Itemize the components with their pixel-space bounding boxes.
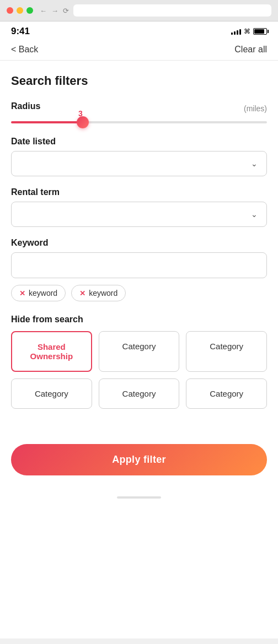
date-listed-dropdown[interactable]: ⌄ (11, 151, 267, 176)
browser-chrome: ← → ⟳ (0, 0, 278, 21)
category-item-2[interactable]: Category (99, 331, 180, 372)
battery-icon (253, 28, 267, 35)
back-nav-icon[interactable]: ← (40, 7, 47, 15)
keyword-section: Keyword ✕ keyword ✕ keyword (11, 238, 267, 301)
radius-slider-container: 3 (11, 121, 267, 123)
keyword-label: Keyword (11, 238, 267, 248)
keyword-tag-2-label: keyword (89, 289, 117, 297)
remove-keyword-2-icon[interactable]: ✕ (79, 289, 85, 297)
keyword-tag-1-label: keyword (29, 289, 57, 297)
nav-bar: < Back Clear all (0, 39, 278, 61)
date-listed-label: Date listed (11, 137, 267, 147)
scroll-hint (117, 496, 161, 499)
phone-content: 9:41 ⌘ < Back Clear all Search filters R… (0, 21, 278, 638)
wifi-icon: ⌘ (244, 28, 250, 35)
rental-term-label: Rental term (11, 187, 267, 197)
signal-icon (231, 28, 241, 35)
main-content: Search filters Radius (miles) 3 Date lis… (0, 61, 278, 435)
category-item-3[interactable]: Category (186, 331, 267, 372)
category-label-5: Category (122, 389, 156, 398)
keyword-input[interactable] (11, 252, 267, 278)
hide-from-search-label: Hide from search (11, 315, 267, 324)
back-button[interactable]: < Back (11, 45, 38, 55)
close-icon[interactable] (7, 7, 13, 14)
remove-keyword-1-icon[interactable]: ✕ (19, 289, 25, 297)
radius-section: Radius (miles) 3 (11, 101, 267, 123)
status-bar: 9:41 ⌘ (0, 21, 278, 39)
radius-thumb[interactable] (77, 116, 89, 128)
chevron-down-icon: ⌄ (251, 210, 258, 219)
reload-icon[interactable]: ⟳ (63, 7, 69, 15)
category-label-2: Category (122, 342, 156, 351)
apply-filter-container: Apply filter (0, 435, 278, 492)
category-item-5[interactable]: Category (99, 378, 180, 409)
status-time: 9:41 (11, 26, 30, 37)
page-title: Search filters (11, 74, 267, 88)
keyword-tag-2[interactable]: ✕ keyword (71, 285, 126, 301)
browser-nav: ← → ⟳ (40, 7, 69, 15)
category-item-4[interactable]: Category (11, 378, 92, 409)
radius-track[interactable] (11, 121, 267, 123)
status-icons: ⌘ (231, 28, 267, 35)
apply-filter-button[interactable]: Apply filter (11, 444, 267, 475)
keyword-tags: ✕ keyword ✕ keyword (11, 285, 267, 301)
category-label-3: Category (210, 342, 243, 351)
rental-term-dropdown[interactable]: ⌄ (11, 202, 267, 227)
category-item-6[interactable]: Category (186, 378, 267, 409)
category-grid: SharedOwnership Category Category Catego… (11, 331, 267, 409)
address-bar[interactable] (73, 4, 271, 17)
clear-all-button[interactable]: Clear all (234, 45, 267, 55)
date-listed-section: Date listed ⌄ (11, 137, 267, 176)
keyword-tag-1[interactable]: ✕ keyword (11, 285, 66, 301)
category-shared-ownership[interactable]: SharedOwnership (11, 331, 92, 372)
radius-unit: (miles) (244, 104, 267, 113)
category-label-4: Category (35, 389, 68, 398)
category-label-6: Category (210, 389, 243, 398)
rental-term-section: Rental term ⌄ (11, 187, 267, 227)
radius-label: Radius (11, 101, 40, 111)
chevron-down-icon: ⌄ (251, 159, 258, 168)
maximize-icon[interactable] (26, 7, 33, 14)
forward-nav-icon[interactable]: → (51, 7, 58, 15)
hide-from-search-section: Hide from search SharedOwnership Categor… (11, 315, 267, 409)
shared-ownership-label: SharedOwnership (30, 342, 73, 361)
traffic-lights (7, 7, 33, 14)
minimize-icon[interactable] (17, 7, 23, 14)
